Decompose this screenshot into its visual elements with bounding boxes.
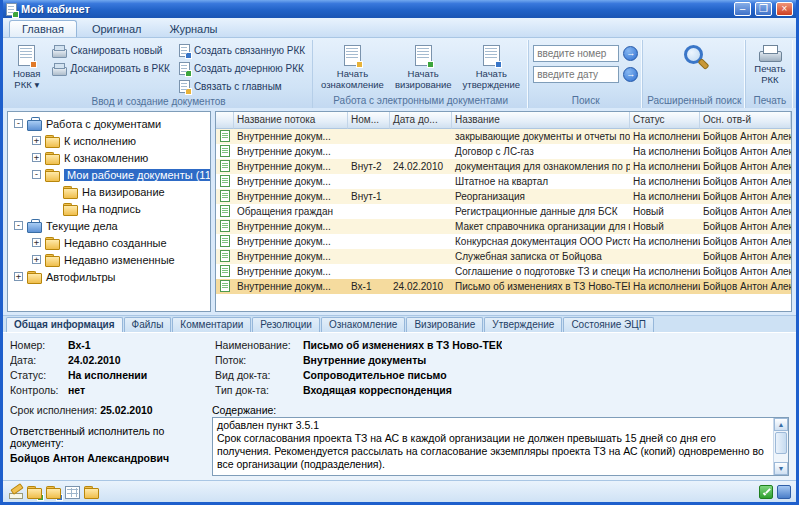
table-row[interactable]: Внутренние докум... Внут-1 Реорганизация…	[216, 189, 791, 204]
field-label-control: Контроль:	[10, 383, 68, 398]
column-header-flow[interactable]: Название потока	[234, 112, 348, 129]
table-row[interactable]: Внутренние докум... Макет справочника ор…	[216, 219, 791, 234]
column-header-number[interactable]: Ном...	[348, 112, 390, 129]
tree-item-my-working-documents[interactable]: - Мои рабочие документы (11 на 15:3	[8, 166, 210, 183]
magnifier-icon	[681, 44, 708, 69]
table-row[interactable]: Внутренние докум... Служебная записка от…	[216, 249, 791, 264]
field-label-status: Статус:	[10, 368, 68, 383]
date-search-input[interactable]	[533, 66, 619, 83]
collapse-icon[interactable]: -	[14, 221, 23, 230]
folder-new-icon[interactable]	[27, 485, 42, 499]
detail-tab-files[interactable]: Файлы	[124, 317, 172, 332]
table-row[interactable]: Внутренние докум... Соглашение о подгото…	[216, 264, 791, 279]
minimize-button[interactable]: –	[734, 2, 751, 16]
incoming-letter-icon	[220, 280, 230, 292]
create-child-rkk-button[interactable]: Создать дочернюю РКК	[176, 60, 308, 77]
table-row[interactable]: Внутренние докум... Внут-2 24.02.2010 до…	[216, 159, 791, 174]
close-button[interactable]: ×	[776, 2, 793, 16]
start-approval-button[interactable]: Начать утверждение	[459, 41, 525, 92]
rescan-button[interactable]: Досканировать в РКК	[48, 60, 173, 77]
document-attachment-icon	[220, 250, 230, 262]
field-label-doc-kind: Вид док-та:	[215, 368, 303, 383]
update-status-icon[interactable]	[777, 485, 791, 499]
approval-icon	[483, 45, 500, 66]
column-header-date[interactable]: Дата до...	[390, 112, 452, 129]
detail-tab-general[interactable]: Общая информация	[6, 317, 123, 332]
table-row[interactable]: Внутренние докум... Договор с ЛС-газ На …	[216, 144, 791, 159]
column-header-icon[interactable]	[216, 112, 234, 129]
folder-icon	[63, 202, 78, 216]
link-to-main-button[interactable]: Связать с главным	[176, 78, 308, 95]
expand-icon[interactable]: +	[32, 238, 41, 247]
tab-glavnaya[interactable]: Главная	[9, 20, 77, 37]
tree-item-current-affairs[interactable]: - Текущие дела	[8, 217, 210, 234]
start-familiarization-button[interactable]: Начать ознакомление	[317, 41, 388, 92]
document-icon	[220, 220, 230, 232]
detail-tab-approval[interactable]: Утверждение	[484, 317, 562, 332]
table-row[interactable]: Внутренние докум... Конкурсная документа…	[216, 234, 791, 249]
field-label-date: Дата:	[10, 353, 68, 368]
document-icon	[220, 145, 230, 157]
maximize-button[interactable]: ❐	[755, 2, 772, 16]
expand-icon[interactable]: +	[14, 272, 23, 281]
content-text[interactable]: добавлен пункт 3.5.1 Срок согласования п…	[213, 418, 773, 475]
create-linked-rkk-button[interactable]: Создать связанную РКК	[176, 42, 308, 59]
folder-icon	[63, 185, 78, 199]
table-row-selected[interactable]: Внутренние докум... Вх-1 24.02.2010 Пись…	[216, 279, 791, 294]
folder-icon[interactable]	[84, 485, 99, 499]
open-folder-icon	[45, 168, 60, 182]
scroll-thumb[interactable]	[775, 432, 787, 454]
field-value-title: Письмо об изменениях в ТЗ Ново-ТЕК	[303, 338, 502, 353]
scroll-down-icon[interactable]: ▼	[774, 462, 788, 475]
expand-icon[interactable]: +	[32, 255, 41, 264]
content-box[interactable]: добавлен пункт 3.5.1 Срок согласования п…	[212, 417, 789, 476]
number-search-go-button[interactable]: →	[623, 46, 638, 61]
table-row[interactable]: Внутренние докум... закрывающие документ…	[216, 129, 791, 144]
expand-icon[interactable]: +	[32, 136, 41, 145]
detail-tab-resolutions[interactable]: Резолюции	[252, 317, 320, 332]
content-scrollbar[interactable]: ▲ ▼	[773, 418, 788, 475]
column-header-status[interactable]: Статус	[630, 112, 700, 129]
folder-search-icon[interactable]	[46, 485, 61, 499]
tree-item-autofilters[interactable]: + Автофильтры	[8, 268, 210, 285]
expand-icon[interactable]: +	[32, 153, 41, 162]
detail-tab-familiarization[interactable]: Ознакомление	[321, 317, 405, 332]
start-visa-button[interactable]: Начать визирование	[391, 41, 456, 92]
table-row[interactable]: Внутренние докум... Штатное на квартал Н…	[216, 174, 791, 189]
tree-item-for-familiarization[interactable]: + К ознакомлению	[8, 149, 210, 166]
collapse-icon[interactable]: -	[14, 119, 23, 128]
tree-item-recently-modified[interactable]: + Недавно измененные	[8, 251, 210, 268]
date-search-go-button[interactable]: →	[623, 67, 638, 82]
group-label-edocs: Работа с электронными документами	[317, 94, 524, 108]
detail-tab-comments[interactable]: Комментарии	[172, 317, 251, 332]
scroll-up-icon[interactable]: ▲	[774, 418, 788, 431]
tab-original[interactable]: Оригинал	[79, 20, 155, 37]
tree-item-for-execution[interactable]: + К исполнению	[8, 132, 210, 149]
detail-tab-signature-state[interactable]: Состояние ЭЦП	[563, 317, 653, 332]
citizen-request-icon	[220, 205, 230, 217]
column-header-responsible[interactable]: Осн. отв-й	[700, 112, 791, 129]
tree-item-for-visa[interactable]: На визирование	[8, 183, 210, 200]
number-search-input[interactable]	[533, 45, 619, 62]
tree-item-recently-created[interactable]: + Недавно созданные	[8, 234, 210, 251]
ribbon-group-print: Печать РКК Печать	[745, 40, 793, 108]
journal-grid-icon[interactable]	[65, 486, 80, 499]
advanced-search-button[interactable]	[677, 41, 712, 71]
detail-tabstrip: Общая информация Файлы Комментарии Резол…	[3, 315, 796, 332]
tree-item-work-with-documents[interactable]: - Работа с документами	[8, 115, 210, 132]
detail-tab-visa[interactable]: Визирование	[406, 317, 483, 332]
folder-tree: - Работа с документами + К исполнению + …	[7, 111, 211, 312]
new-rkk-button[interactable]: Новая РКК ▾	[9, 41, 45, 92]
collapse-icon[interactable]: -	[32, 170, 41, 179]
connection-status-icon[interactable]	[759, 485, 773, 499]
edit-icon[interactable]	[8, 484, 23, 499]
table-row[interactable]: Обращения граждан Регистрационные данные…	[216, 204, 791, 219]
group-label-advanced-search: Расширенный поиск	[647, 94, 741, 108]
tree-item-for-signature[interactable]: На подпись	[8, 200, 210, 217]
column-header-name[interactable]: Название	[452, 112, 630, 129]
print-rkk-button[interactable]: Печать РКК	[750, 41, 789, 87]
scan-new-button[interactable]: Сканировать новый	[48, 42, 173, 59]
due-date-value: 25.02.2010	[100, 404, 153, 416]
ribbon-tabstrip: Главная Оригинал Журналы	[3, 18, 796, 38]
tab-zhurnaly[interactable]: Журналы	[156, 20, 230, 37]
